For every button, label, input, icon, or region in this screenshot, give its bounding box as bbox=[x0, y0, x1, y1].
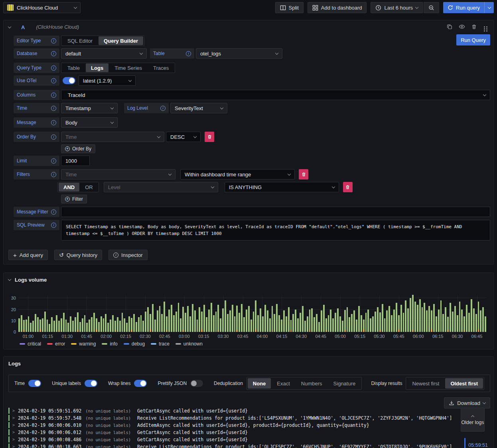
zoom-out-button[interactable] bbox=[424, 2, 439, 13]
message-filter-input[interactable] bbox=[61, 207, 490, 217]
tab-sql-editor[interactable]: SQL Editor bbox=[62, 36, 98, 45]
hide-response-icon[interactable] bbox=[459, 24, 465, 30]
info-icon[interactable] bbox=[51, 78, 56, 83]
expand-row-icon[interactable] bbox=[12, 430, 18, 434]
expand-row-icon[interactable] bbox=[12, 444, 18, 448]
message-column-select[interactable]: Body bbox=[61, 117, 118, 128]
limit-input[interactable]: 1000 bbox=[61, 156, 90, 166]
log-row[interactable]: 2024-02-19 06:00:08.486(no unique labels… bbox=[8, 436, 459, 442]
datasource-picker[interactable]: ClickHouse Cloud bbox=[3, 2, 81, 13]
tab-table[interactable]: Table bbox=[62, 63, 85, 72]
prettify-json-toggle[interactable] bbox=[190, 380, 203, 387]
legend-item[interactable]: error bbox=[47, 341, 65, 347]
wrap-lines-toggle[interactable] bbox=[134, 380, 147, 387]
inspector-button[interactable]: Inspector bbox=[108, 250, 147, 260]
info-icon[interactable] bbox=[51, 38, 56, 43]
dedup-none[interactable]: None bbox=[248, 378, 271, 389]
bar bbox=[278, 295, 280, 332]
time-toggle[interactable] bbox=[28, 380, 41, 387]
oldest-first[interactable]: Oldest first bbox=[445, 378, 483, 389]
info-icon[interactable] bbox=[51, 120, 56, 125]
info-icon[interactable] bbox=[51, 223, 56, 228]
legend-item[interactable]: unknown bbox=[176, 341, 203, 347]
expand-row-icon[interactable] bbox=[12, 437, 18, 442]
add-to-dashboard-button[interactable]: Add to dashboard bbox=[308, 2, 367, 13]
newest-first[interactable]: Newest first bbox=[407, 378, 444, 389]
info-icon[interactable] bbox=[51, 106, 56, 111]
remove-filter-condition-button[interactable] bbox=[343, 182, 353, 192]
dedup-signature[interactable]: Signature bbox=[328, 378, 361, 389]
info-icon[interactable] bbox=[51, 209, 56, 215]
table-select[interactable]: otel_logs bbox=[196, 48, 282, 59]
unique-labels-toggle[interactable] bbox=[85, 380, 97, 387]
legend-item[interactable]: debug bbox=[124, 341, 145, 347]
log-row[interactable]: 2024-02-19 05:59:57.548(no unique labels… bbox=[8, 415, 459, 421]
remove-order-by-button[interactable] bbox=[205, 132, 214, 142]
log-row[interactable]: 2024-02-19 06:00:06.012(no unique labels… bbox=[8, 429, 459, 435]
add-query-button[interactable]: Add query bbox=[8, 250, 48, 260]
run-query-options-button[interactable] bbox=[484, 2, 494, 13]
add-filter-button[interactable]: Filter bbox=[61, 195, 87, 203]
legend-item[interactable]: warning bbox=[71, 341, 96, 347]
and-option[interactable]: AND bbox=[59, 183, 79, 191]
bar bbox=[311, 295, 313, 332]
run-query-split-button[interactable]: Run query bbox=[443, 2, 494, 13]
bar bbox=[114, 295, 116, 332]
download-button[interactable]: Download bbox=[444, 397, 490, 409]
legend-item[interactable]: critical bbox=[20, 341, 41, 347]
drag-handle-icon[interactable] bbox=[483, 26, 487, 28]
log-row[interactable]: 2024-02-19 06:00:06.010(no unique labels… bbox=[8, 422, 459, 428]
tab-traces[interactable]: Traces bbox=[148, 63, 174, 72]
or-option[interactable]: OR bbox=[80, 183, 98, 191]
tab-time-series[interactable]: Time Series bbox=[109, 63, 147, 72]
info-icon[interactable] bbox=[51, 134, 56, 140]
info-icon bbox=[113, 253, 118, 258]
order-by-direction-select[interactable]: DESC bbox=[166, 132, 201, 142]
filter-op-select[interactable]: IS ANYTHING bbox=[225, 182, 339, 192]
bar bbox=[468, 295, 470, 332]
info-icon[interactable] bbox=[51, 172, 56, 177]
log-level-select[interactable]: SeverityText bbox=[170, 103, 227, 113]
dedup-numbers[interactable]: Numbers bbox=[296, 378, 327, 389]
time-column-select[interactable]: Timestamp bbox=[61, 103, 118, 113]
expand-row-icon[interactable] bbox=[12, 423, 18, 427]
info-icon[interactable] bbox=[51, 93, 56, 98]
log-row[interactable]: 2024-02-19 05:59:51.692(no unique labels… bbox=[8, 408, 459, 414]
collapse-query-icon[interactable] bbox=[8, 25, 11, 28]
log-row[interactable]: 2024-02-19 06:00:18.663(no unique labels… bbox=[8, 444, 459, 448]
bar bbox=[290, 295, 292, 332]
info-icon[interactable] bbox=[51, 51, 56, 56]
info-icon[interactable] bbox=[186, 51, 191, 56]
info-icon[interactable] bbox=[160, 106, 166, 111]
duplicate-query-icon[interactable] bbox=[447, 24, 452, 30]
bar bbox=[302, 295, 304, 332]
remove-filter-button[interactable] bbox=[299, 169, 308, 180]
bar bbox=[365, 295, 367, 332]
tab-query-builder[interactable]: Query Builder bbox=[99, 36, 143, 45]
legend-item[interactable]: trace bbox=[151, 341, 170, 347]
remove-query-icon[interactable] bbox=[471, 24, 477, 30]
query-history-button[interactable]: Query history bbox=[54, 250, 102, 260]
filter-field-select[interactable]: Level bbox=[104, 182, 218, 192]
filter-time-select[interactable]: Time bbox=[61, 169, 176, 180]
info-icon[interactable] bbox=[51, 158, 56, 164]
info-icon[interactable] bbox=[51, 65, 56, 71]
time-range-picker[interactable]: Last 6 hours bbox=[371, 2, 423, 13]
older-logs-button[interactable]: Older logs bbox=[461, 408, 485, 432]
conjunction-toggle: AND OR bbox=[57, 182, 99, 192]
order-by-field-select[interactable]: Time bbox=[61, 132, 164, 142]
database-select[interactable]: default bbox=[61, 48, 147, 59]
add-order-by-button[interactable]: Order By bbox=[61, 144, 95, 153]
filter-operator-select[interactable]: Within dashboard time range bbox=[180, 169, 295, 180]
use-otel-toggle[interactable] bbox=[63, 77, 75, 84]
collapse-logs-volume-icon[interactable] bbox=[8, 278, 11, 281]
tab-logs[interactable]: Logs bbox=[86, 63, 108, 72]
split-button[interactable]: Split bbox=[275, 2, 304, 13]
dedup-exact[interactable]: Exact bbox=[272, 378, 295, 389]
legend-item[interactable]: info bbox=[102, 341, 117, 347]
expand-row-icon[interactable] bbox=[12, 416, 18, 420]
columns-select[interactable]: TraceId bbox=[61, 90, 490, 100]
time-toggle-label: Time bbox=[14, 381, 25, 386]
otel-version-select[interactable]: latest (1.2.9) bbox=[79, 75, 136, 86]
expand-row-icon[interactable] bbox=[12, 409, 18, 413]
